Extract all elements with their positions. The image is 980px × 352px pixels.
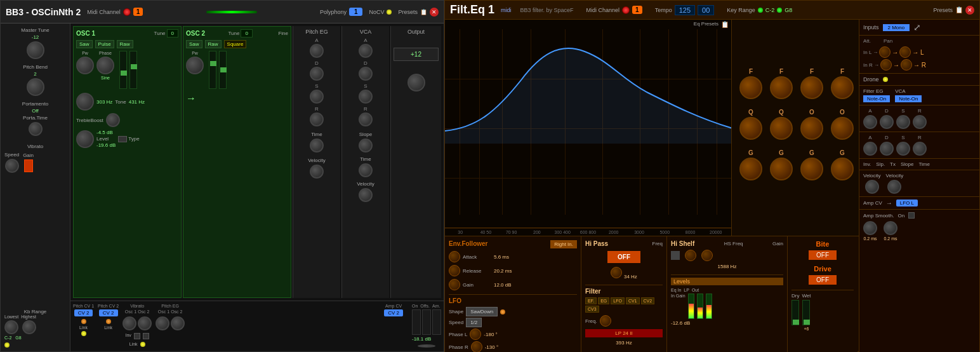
eq-f1-knob[interactable] xyxy=(739,76,762,99)
filter-ef-btn[interactable]: EF. xyxy=(585,297,597,304)
osc1-treble-knob[interactable] xyxy=(106,113,120,127)
hi-pass-freq-knob[interactable] xyxy=(611,267,622,278)
eq-graph[interactable] xyxy=(445,29,731,228)
filt-d-knob[interactable] xyxy=(880,115,894,129)
vca-time-knob[interactable] xyxy=(359,163,373,177)
lfo-shape-btn[interactable]: SawDown xyxy=(466,307,498,316)
vca-eg-note-on[interactable]: Note-On xyxy=(895,95,922,102)
filter-cv3-btn[interactable]: CV3 xyxy=(585,306,599,313)
filt-expand-icon[interactable]: ⤢ xyxy=(913,22,921,32)
filter-eg-note-on[interactable]: Note-On xyxy=(863,95,890,102)
bb3-midi-channel[interactable]: 1 xyxy=(133,8,143,16)
filt-a-knob[interactable] xyxy=(863,115,877,129)
dry-slider[interactable] xyxy=(791,300,799,325)
osc1-raw-btn[interactable]: Raw xyxy=(117,40,133,48)
amp-smooth-checkbox[interactable] xyxy=(908,212,915,219)
gain-knob[interactable] xyxy=(449,279,460,290)
output-slider-on[interactable] xyxy=(412,309,421,335)
eq-g4-knob[interactable] xyxy=(831,158,854,180)
bite-off-btn[interactable]: OFF xyxy=(809,250,837,260)
osc1-tune-value[interactable]: 0 xyxy=(167,29,178,37)
kb-lowest-knob[interactable] xyxy=(4,320,18,334)
osc2-saw-btn[interactable]: Saw xyxy=(186,40,202,48)
osc2-tune-value[interactable]: 0 xyxy=(241,29,252,37)
pitch-eg-velocity-knob[interactable] xyxy=(310,165,324,179)
filt-tempo-value[interactable]: 125 xyxy=(675,5,695,15)
osc1-level-knob[interactable] xyxy=(76,130,94,148)
kb-highest-knob[interactable] xyxy=(22,320,36,334)
pitch-eg-s-knob[interactable] xyxy=(310,90,324,104)
hi-pass-off-btn[interactable]: OFF xyxy=(607,251,640,263)
filt-s2-knob[interactable] xyxy=(896,142,910,156)
eq-g3-knob[interactable] xyxy=(800,158,823,180)
vca-s-knob[interactable] xyxy=(359,90,373,104)
osc1-pulse-btn[interactable]: Pulse xyxy=(95,40,114,48)
porta-time-knob[interactable] xyxy=(29,122,43,136)
output-knob[interactable] xyxy=(407,74,425,91)
velocity2-knob[interactable] xyxy=(887,180,901,194)
pitch-eg-a-knob[interactable] xyxy=(310,44,324,58)
pitch-bend-knob[interactable] xyxy=(27,78,44,96)
hi-shelf-gain-knob[interactable] xyxy=(701,250,713,261)
pitch-eg-osc1-knob[interactable] xyxy=(156,316,169,330)
hi-shelf-checkbox[interactable] xyxy=(671,251,680,260)
in-l-att-knob[interactable] xyxy=(879,46,891,58)
in-r-att-knob[interactable] xyxy=(880,59,892,71)
filt-close-btn[interactable]: ✕ xyxy=(965,6,974,15)
osc2-raw-btn[interactable]: Raw xyxy=(205,40,222,48)
filt-s-knob[interactable] xyxy=(896,115,910,129)
amp-smooth-knob2[interactable] xyxy=(884,221,897,235)
output-bottom-knob[interactable] xyxy=(418,344,435,348)
filter-cv2-btn[interactable]: CV2 xyxy=(641,297,655,304)
filt-r2-knob[interactable] xyxy=(913,142,927,156)
pitch-eg-r-knob[interactable] xyxy=(310,112,324,126)
lfo-speed-btn[interactable]: 1/2 xyxy=(466,318,482,327)
vibrato-osc1-knob[interactable] xyxy=(122,316,136,330)
osc1-slider2[interactable] xyxy=(129,51,137,89)
osc2-slider2[interactable] xyxy=(219,51,227,89)
in-r-pan-knob[interactable] xyxy=(901,59,912,71)
osc1-freq-knob[interactable] xyxy=(76,93,94,111)
filt-tempo-ms[interactable]: 00 xyxy=(698,5,714,15)
filt-a2-knob[interactable] xyxy=(863,142,877,156)
attack-knob[interactable] xyxy=(449,251,460,262)
filter-eg-btn[interactable]: EG xyxy=(598,297,609,304)
eq-presets-icon[interactable]: 📋 xyxy=(721,21,729,28)
osc1-phase-knob[interactable] xyxy=(96,57,114,74)
hi-shelf-freq-knob[interactable] xyxy=(685,250,696,261)
output-slider-offs[interactable] xyxy=(422,309,431,335)
inv-checkbox2[interactable] xyxy=(143,333,149,339)
vibrato-osc2-knob[interactable] xyxy=(138,316,152,330)
inputs-mono-btn[interactable]: 2 Mono xyxy=(883,24,910,31)
inv-checkbox1[interactable] xyxy=(134,333,140,339)
drive-off-btn[interactable]: OFF xyxy=(809,275,837,285)
filt-presets-icon[interactable]: 📋 xyxy=(955,6,963,13)
velocity1-knob[interactable] xyxy=(865,180,879,194)
eq-g1-knob[interactable] xyxy=(739,158,762,180)
bb3-presets-icon[interactable]: 📋 xyxy=(420,9,427,15)
osc1-pw-knob[interactable] xyxy=(76,57,94,74)
bb3-close-btn[interactable]: ✕ xyxy=(430,8,439,17)
lfo-phase-l-knob[interactable] xyxy=(470,328,481,340)
eq-f2-knob[interactable] xyxy=(770,76,793,99)
pitch-cv1-value[interactable]: CV 2 xyxy=(74,309,93,316)
output-slider-am[interactable] xyxy=(432,309,441,335)
osc2-slider1[interactable] xyxy=(209,51,216,89)
filter-cv1-btn[interactable]: CV1 xyxy=(626,297,640,304)
eq-o2-knob[interactable] xyxy=(831,117,854,140)
eq-f3-knob[interactable] xyxy=(800,76,823,99)
master-tune-knob[interactable] xyxy=(27,41,44,59)
vca-velocity-knob[interactable] xyxy=(359,188,373,202)
filter-lfo-btn[interactable]: LFO xyxy=(611,297,625,304)
filter-freq-knob[interactable] xyxy=(600,315,611,327)
vca-r-knob[interactable] xyxy=(359,112,373,126)
filt-d2-knob[interactable] xyxy=(880,142,894,156)
bb3-poly-value[interactable]: 1 xyxy=(349,8,363,16)
osc1-saw-btn[interactable]: Saw xyxy=(76,40,93,48)
pitch-cv2-value[interactable]: CV 2 xyxy=(99,309,118,316)
lfo-phase-r-knob[interactable] xyxy=(471,341,482,352)
release-knob[interactable] xyxy=(449,265,460,276)
osc1-slider1[interactable] xyxy=(119,51,127,89)
in-l-pan-knob[interactable] xyxy=(899,46,911,58)
amp-cv-value[interactable]: CV 2 xyxy=(384,309,403,316)
